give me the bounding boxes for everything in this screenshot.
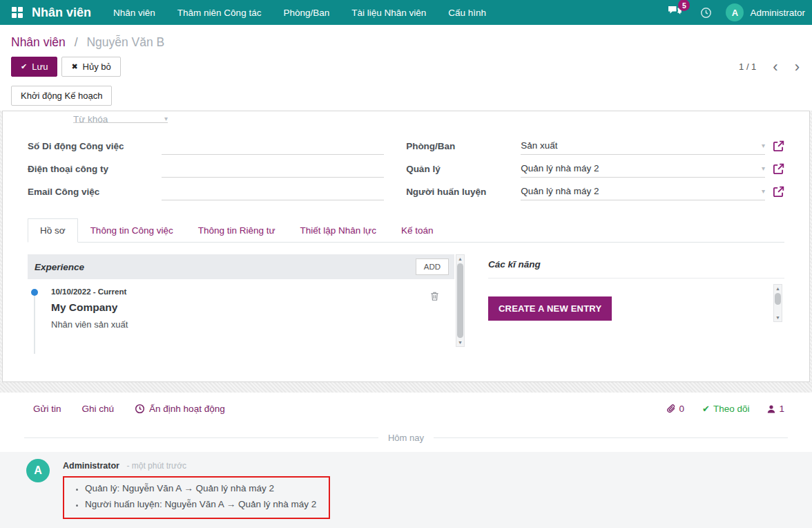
scroll-down-icon[interactable]: ▼ (458, 339, 463, 346)
timeline-dot-icon (31, 289, 38, 296)
tab-resume[interactable]: Hồ sơ (28, 218, 78, 243)
schedule-activity-button[interactable]: Ấn định hoạt động (135, 404, 225, 414)
menu-item-departments[interactable]: Phòng/Ban (283, 8, 329, 18)
launch-plan-button[interactable]: Khởi động Kế hoạch (11, 86, 112, 106)
skills-title: Các kĩ năng (488, 259, 784, 279)
tracked-changes-box: Quản lý: Nguyễn Văn A → Quản lý nhà máy … (63, 476, 330, 519)
tracked-change-manager: Quản lý: Nguyễn Văn A → Quản lý nhà máy … (85, 481, 316, 497)
field-label: Số Di động Công việc (28, 141, 137, 155)
experience-scrollbar[interactable]: ▲ ▼ (456, 254, 465, 347)
notebook-tabs: Hồ sơ Thông tin Công việc Thông tin Riên… (28, 218, 784, 243)
scroll-up-icon[interactable]: ▲ (458, 255, 463, 263)
breadcrumb-separator: / (75, 35, 78, 49)
scroll-up-icon[interactable]: ▲ (775, 285, 780, 292)
message-time: - một phút trước (126, 461, 186, 471)
messages-button[interactable]: 5 (668, 6, 682, 19)
menu-item-documents[interactable]: Tài liệu Nhân viên (351, 8, 426, 18)
following-button[interactable]: ✔ Theo dõi (702, 404, 749, 414)
menu-item-configuration[interactable]: Cấu hình (448, 8, 486, 18)
user-menu[interactable]: A Administrator (726, 3, 805, 21)
manager-select[interactable]: Quản lý nhà máy 2 ▾ (521, 160, 765, 178)
log-note-button[interactable]: Ghi chú (82, 404, 115, 414)
clock-icon (135, 404, 145, 414)
field-department: Phòng/Ban Sản xuất ▾ (406, 132, 784, 155)
app-title: Nhân viên (32, 6, 91, 20)
chevron-down-icon: ▾ (762, 164, 765, 172)
coach-select[interactable]: Quản lý nhà máy 2 ▾ (521, 182, 765, 200)
work-phone-input[interactable] (162, 161, 384, 178)
person-icon (767, 405, 775, 413)
experience-entry: 10/10/2022 - Current My Company Nhân viê… (28, 279, 465, 330)
field-label: Điện thoại công ty (28, 164, 137, 178)
discard-button[interactable]: ✖ Hủy bỏ (61, 57, 120, 77)
field-work-email: Email Công việc (28, 178, 384, 200)
check-icon: ✔ (21, 62, 27, 71)
send-message-button[interactable]: Gửi tin (33, 404, 61, 414)
delete-entry-button[interactable] (430, 291, 439, 304)
day-divider-label: Hôm nay (388, 433, 424, 443)
breadcrumb: Nhân viên / Nguyễn Văn B (0, 25, 812, 50)
manager-external-link-icon[interactable] (773, 163, 784, 178)
coach-external-link-icon[interactable] (773, 186, 784, 200)
form-sheet: Từ khóa ▾ Số Di động Công việc Điện thoạ… (2, 111, 810, 382)
followers-button[interactable]: 1 (767, 404, 784, 414)
message-avatar: A (26, 459, 50, 482)
keyword-placeholder: Từ khóa (73, 114, 108, 123)
create-skill-button[interactable]: CREATE A NEW ENTRY (488, 296, 612, 321)
apps-menu-icon[interactable] (12, 7, 23, 18)
message-header: Administrator - một phút trước (63, 459, 330, 471)
chevron-down-icon: ▾ (762, 187, 765, 195)
field-label: Phòng/Ban (406, 141, 521, 155)
experience-company[interactable]: My Company (51, 301, 437, 314)
tab-hr-settings[interactable]: Thiết lập Nhân lực (288, 218, 389, 243)
sheet-bottom-band (0, 382, 812, 393)
chatter: Gửi tin Ghi chú Ấn định hoạt động 0 ✔ Th… (0, 393, 812, 528)
timeline-line (34, 296, 35, 354)
experience-title: Experience (35, 262, 84, 272)
scroll-down-icon[interactable]: ▼ (775, 314, 780, 321)
save-button[interactable]: ✔ Lưu (11, 57, 57, 77)
field-label: Quản lý (406, 164, 521, 178)
keyword-field[interactable]: Từ khóa ▾ (73, 111, 168, 123)
skills-scrollbar[interactable]: ▲ ▼ (773, 284, 782, 322)
tab-work-info[interactable]: Thông tin Công việc (78, 218, 186, 243)
skills-panel: Các kĩ năng CREATE A NEW ENTRY ▲ ▼ (488, 254, 784, 347)
followers-count: 1 (779, 404, 784, 414)
experience-header: Experience ADD (28, 254, 454, 279)
chatter-message[interactable]: A Administrator - một phút trước Quản lý… (0, 452, 812, 528)
pager-next-icon[interactable]: › (795, 62, 800, 73)
menu-item-seniority[interactable]: Thâm niên Công tác (177, 8, 262, 18)
activities-clock-icon[interactable] (700, 7, 712, 19)
close-icon: ✖ (71, 62, 77, 71)
work-email-input[interactable] (162, 184, 384, 200)
paperclip-icon (666, 404, 676, 414)
attachments-button[interactable]: 0 (666, 404, 685, 414)
messages-badge: 5 (678, 0, 690, 11)
control-panel-actions: ✔ Lưu ✖ Hủy bỏ 1 / 1 ‹ › (0, 50, 812, 77)
tab-private-info[interactable]: Thông tin Riêng tư (186, 218, 288, 243)
field-label: Người huấn luyện (406, 187, 521, 200)
message-author[interactable]: Administrator (63, 461, 119, 471)
scrollbar-thumb[interactable] (775, 293, 781, 305)
experience-dates: 10/10/2022 - Current (51, 287, 437, 296)
experience-panel: Experience ADD 10/10/2022 - Current My C… (28, 254, 465, 347)
department-select[interactable]: Sản xuất ▾ (521, 137, 765, 155)
breadcrumb-current: Nguyễn Văn B (86, 35, 164, 49)
form-sheet-wrap: Từ khóa ▾ Số Di động Công việc Điện thoạ… (0, 111, 812, 382)
field-grid: Số Di động Công việc Điện thoại công ty … (28, 132, 784, 200)
tab-accounting[interactable]: Kế toán (389, 218, 446, 243)
attachments-count: 0 (679, 404, 685, 414)
experience-add-button[interactable]: ADD (416, 258, 449, 275)
menu-item-employees[interactable]: Nhân viên (113, 8, 155, 18)
breadcrumb-parent[interactable]: Nhân viên (11, 35, 66, 49)
field-coach: Người huấn luyện Quản lý nhà máy 2 ▾ (406, 178, 784, 200)
field-manager: Quản lý Quản lý nhà máy 2 ▾ (406, 155, 784, 178)
pager-counter: 1 / 1 (739, 62, 756, 72)
department-external-link-icon[interactable] (773, 140, 784, 155)
scrollbar-thumb[interactable] (457, 263, 463, 338)
experience-role: Nhân viên sản xuất (51, 319, 437, 330)
chatter-toolbar: Gửi tin Ghi chú Ấn định hoạt động 0 ✔ Th… (0, 393, 812, 414)
field-work-mobile: Số Di động Công việc (28, 132, 384, 155)
work-mobile-input[interactable] (162, 138, 384, 155)
pager-previous-icon[interactable]: ‹ (773, 62, 777, 73)
